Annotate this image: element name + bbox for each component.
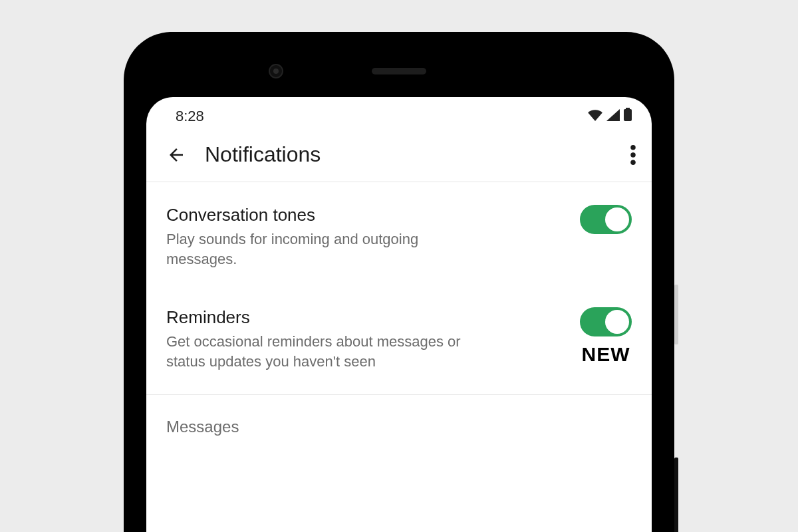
battery-icon (624, 108, 632, 125)
page-title: Notifications (205, 142, 612, 167)
phone-screen: 8:28 Notifications (146, 97, 652, 532)
svg-point-2 (630, 145, 636, 150)
setting-title: Conversation tones (166, 205, 567, 225)
toggle-column: NEW (580, 307, 632, 366)
svg-point-3 (630, 152, 636, 158)
setting-reminders[interactable]: Reminders Get occasional reminders about… (146, 291, 652, 394)
more-options-icon[interactable] (630, 145, 636, 165)
toggle-knob (605, 310, 629, 334)
phone-bezel: 8:28 Notifications (136, 44, 662, 532)
setting-description: Play sounds for incoming and outgoing me… (166, 229, 485, 269)
toggle-column (580, 205, 632, 234)
toggle-knob (605, 207, 629, 231)
status-time: 8:28 (176, 108, 204, 125)
status-bar: 8:28 (146, 97, 652, 130)
phone-frame: 8:28 Notifications (124, 32, 674, 532)
phone-side-button-bottom (674, 458, 678, 532)
app-bar: Notifications (146, 130, 652, 182)
back-arrow-icon[interactable] (166, 145, 186, 165)
section-header-messages: Messages (146, 395, 652, 436)
svg-point-4 (630, 160, 636, 165)
setting-description: Get occasional reminders about messages … (166, 332, 485, 371)
phone-camera (269, 64, 283, 78)
setting-title: Reminders (166, 307, 567, 328)
new-badge: NEW (582, 343, 630, 366)
phone-speaker (372, 68, 426, 74)
conversation-tones-toggle[interactable] (580, 205, 632, 234)
svg-rect-0 (626, 108, 630, 109)
setting-text: Conversation tones Play sounds for incom… (166, 205, 567, 269)
cell-signal-icon (606, 108, 620, 125)
phone-side-button-top (674, 285, 678, 344)
reminders-toggle[interactable] (580, 307, 632, 336)
status-icons (588, 108, 632, 125)
setting-conversation-tones[interactable]: Conversation tones Play sounds for incom… (146, 182, 652, 291)
svg-rect-1 (624, 109, 632, 121)
wifi-icon (588, 108, 602, 125)
setting-text: Reminders Get occasional reminders about… (166, 307, 567, 371)
